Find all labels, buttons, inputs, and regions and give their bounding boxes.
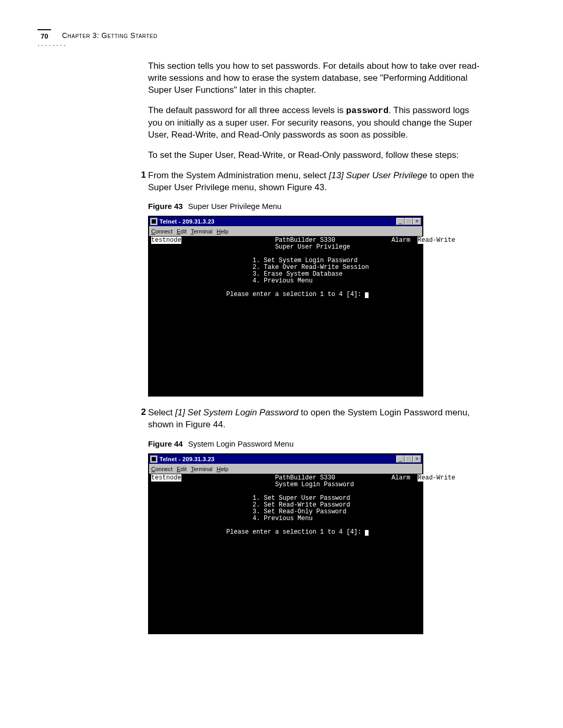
step-text: Select [1] Set System Login Password to … bbox=[148, 407, 480, 431]
menu-help[interactable]: Help bbox=[217, 228, 229, 235]
nodename: testnode bbox=[151, 474, 181, 482]
figure43-window: Telnet - 209.31.3.23 _ □ × Connect Edit … bbox=[148, 216, 423, 397]
step-1: 1 From the System Administration menu, s… bbox=[148, 170, 480, 194]
minimize-button[interactable]: _ bbox=[396, 218, 405, 225]
menu-item: 4. Previous Menu bbox=[252, 515, 312, 522]
main-content: This section tells you how to set passwo… bbox=[148, 60, 480, 634]
menu-item: 2. Take Over Read-Write Session bbox=[252, 264, 369, 271]
menubar: Connect Edit Terminal Help bbox=[149, 464, 422, 474]
menu-ref: [1] Set System Login Password bbox=[175, 408, 298, 417]
menu-ref: [13] Super User Privilege bbox=[329, 170, 427, 180]
figure44-window: Telnet - 209.31.3.23 _ □ × Connect Edit … bbox=[148, 453, 423, 634]
mode-badge: Read-Write bbox=[418, 237, 455, 244]
prompt: Please enter a selection 1 to 4 [4]: bbox=[226, 528, 361, 536]
menu-item: 4. Previous Menu bbox=[252, 277, 312, 285]
app-icon bbox=[150, 455, 157, 463]
text: The default password for all three acces… bbox=[148, 105, 346, 115]
minimize-button[interactable]: _ bbox=[396, 455, 405, 463]
step-number: 1 bbox=[132, 170, 146, 180]
figure44-caption: Figure 44System Login Password Menu bbox=[148, 439, 480, 448]
text: From the System Administration menu, sel… bbox=[148, 170, 329, 180]
menubar: Connect Edit Terminal Help bbox=[149, 226, 422, 236]
menu-item: 3. Set Read-Only Password bbox=[252, 508, 346, 515]
terminal43[interactable]: testnode PathBuilder S330 Alarm Read-Wri… bbox=[149, 236, 422, 396]
titlebar: Telnet - 209.31.3.23 _ □ × bbox=[149, 217, 422, 226]
figure43-caption: Figure 43Super User Privilege Menu bbox=[148, 202, 480, 211]
figure-label: Figure 43 bbox=[148, 202, 183, 211]
close-button[interactable]: × bbox=[413, 218, 421, 225]
window-title: Telnet - 209.31.3.23 bbox=[160, 456, 214, 462]
menu-item: 2. Set Read-Write Password bbox=[252, 501, 350, 509]
page-header: 70 Chapter 3: Getting Started bbox=[38, 29, 528, 40]
close-button[interactable]: × bbox=[413, 455, 421, 463]
menu-edit[interactable]: Edit bbox=[177, 466, 187, 472]
menu-item: 1. Set System Login Password bbox=[252, 257, 358, 264]
menu-connect[interactable]: Connect bbox=[151, 466, 173, 472]
app-icon bbox=[150, 218, 157, 225]
nodename: testnode bbox=[151, 237, 181, 244]
screen-subtitle: System Login Password bbox=[275, 481, 354, 488]
menu-item: 3. Erase System Database bbox=[252, 270, 342, 278]
mode-badge: Read-Write bbox=[418, 474, 455, 482]
device-name: PathBuilder S330 bbox=[275, 474, 335, 482]
page-number: 70 bbox=[38, 29, 51, 40]
step-number: 2 bbox=[132, 407, 146, 417]
figure-title: System Login Password Menu bbox=[188, 439, 294, 448]
maximize-button[interactable]: □ bbox=[405, 455, 413, 463]
step-2: 2 Select [1] Set System Login Password t… bbox=[148, 407, 480, 431]
terminal44[interactable]: testnode PathBuilder S330 Alarm Read-Wri… bbox=[149, 474, 422, 633]
menu-item: 1. Set Super User Password bbox=[252, 495, 350, 502]
default-password: password bbox=[346, 106, 389, 116]
figure-label: Figure 44 bbox=[148, 439, 183, 448]
paragraph-steps-intro: To set the Super User, Read-Write, or Re… bbox=[148, 150, 480, 162]
maximize-button[interactable]: □ bbox=[405, 218, 413, 225]
alarm-label: Alarm bbox=[391, 474, 410, 482]
figure-title: Super User Privilege Menu bbox=[188, 202, 282, 211]
menu-edit[interactable]: Edit bbox=[177, 228, 187, 235]
window-title: Telnet - 209.31.3.23 bbox=[160, 218, 214, 225]
paragraph-intro: This section tells you how to set passwo… bbox=[148, 60, 480, 96]
alarm-label: Alarm bbox=[391, 237, 410, 244]
chapter-title: Chapter 3: Getting Started bbox=[62, 29, 157, 40]
menu-help[interactable]: Help bbox=[217, 466, 229, 472]
window-buttons: _ □ × bbox=[396, 218, 421, 225]
titlebar: Telnet - 209.31.3.23 _ □ × bbox=[149, 454, 422, 464]
device-name: PathBuilder S330 bbox=[275, 237, 335, 244]
prompt: Please enter a selection 1 to 4 [4]: bbox=[226, 291, 361, 298]
decorative-dots: . . . . . . . . bbox=[38, 40, 66, 47]
menu-terminal[interactable]: Terminal bbox=[191, 228, 213, 235]
window-buttons: _ □ × bbox=[396, 455, 421, 463]
cursor bbox=[365, 292, 369, 298]
paragraph-default-password: The default password for all three acces… bbox=[148, 105, 480, 141]
menu-terminal[interactable]: Terminal bbox=[191, 466, 213, 472]
cursor bbox=[365, 530, 369, 536]
step-text: From the System Administration menu, sel… bbox=[148, 170, 480, 194]
menu-connect[interactable]: Connect bbox=[151, 228, 173, 235]
text: Select bbox=[148, 408, 175, 417]
screen-subtitle: Super User Privilege bbox=[275, 243, 350, 251]
